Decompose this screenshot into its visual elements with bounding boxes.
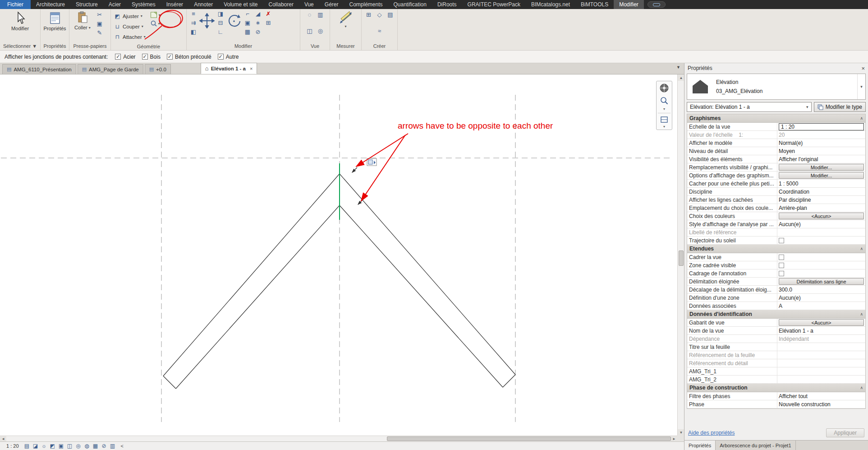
panel-label-presse-papiers[interactable]: Presse-papiers <box>69 42 110 50</box>
property-value[interactable] <box>777 343 865 351</box>
property-value[interactable] <box>777 376 865 383</box>
chevron-down-icon[interactable]: ▾ <box>159 13 161 17</box>
rotate-button[interactable] <box>226 9 242 30</box>
property-button[interactable]: Modifier... <box>779 172 864 179</box>
reference-grid-lines[interactable] <box>1 95 672 422</box>
tab-arborescence[interactable]: Arborescence du projet - Projet1 <box>716 441 795 450</box>
properties-palette-header[interactable]: Propriétés × <box>684 63 868 73</box>
scale-icon[interactable]: ◢ <box>253 9 262 18</box>
steering-wheel-button[interactable] <box>657 82 671 94</box>
unpin-icon[interactable]: ⊘ <box>253 28 262 36</box>
property-checkbox[interactable] <box>779 263 784 268</box>
property-value[interactable]: Coordination <box>777 188 865 195</box>
properties-help-link[interactable]: Aide des propriétés <box>688 430 735 436</box>
property-value[interactable]: Elévation 1 - a <box>777 327 865 334</box>
ribbon-tab-volume-et-site[interactable]: Volume et site <box>218 0 263 9</box>
status-collapse-icon[interactable]: < <box>121 443 124 449</box>
visual-style-icon[interactable]: ◪ <box>32 443 39 450</box>
beam-arrow-top[interactable] <box>352 167 357 172</box>
panel-label-selectionner[interactable]: Sélectionner ▼ <box>0 42 40 50</box>
cut-icon[interactable]: ✂ <box>95 10 104 19</box>
show-crop-region-icon[interactable]: ◫ <box>66 443 73 450</box>
ribbon-tab-inserer[interactable]: Insérer <box>161 0 188 9</box>
worksharing-display-icon[interactable]: ▥ <box>109 443 116 450</box>
vertical-scroll-thumb[interactable] <box>679 251 684 266</box>
hide-isolate-icon[interactable]: ◎ <box>316 27 325 35</box>
join-icon[interactable]: ⊞ <box>264 19 273 27</box>
ribbon-tab-bimcatalogs-net[interactable]: BIMcatalogs.net <box>526 0 575 9</box>
property-value[interactable]: A <box>777 302 865 310</box>
panel-label-creer[interactable]: Créer <box>362 42 397 50</box>
sun-path-icon[interactable]: ☼ <box>41 443 48 450</box>
drawing-area[interactable]: arrows have to be opposite to each other… <box>0 74 677 436</box>
ribbon-tab-structure[interactable]: Structure <box>70 0 103 9</box>
pan-button[interactable] <box>657 115 671 124</box>
offset-icon[interactable]: ⇉ <box>189 19 198 27</box>
property-checkbox[interactable] <box>779 238 784 243</box>
filter-bois[interactable]: ✓Bois <box>142 54 161 60</box>
constraints-icon[interactable]: ⊘ <box>101 443 108 450</box>
array-icon[interactable]: ▦ <box>243 28 252 36</box>
ribbon-tab-architecture[interactable]: Architecture <box>31 0 70 9</box>
panel-label-geometrie[interactable]: Géométrie <box>111 43 186 51</box>
ribbon-tab-bimtools[interactable]: BiMTOOLS <box>575 0 614 9</box>
cut-geometry-icon[interactable] <box>150 20 157 27</box>
section-header-graphismes[interactable]: Graphismes∧ <box>687 114 865 123</box>
ribbon-tab-modifier[interactable]: Modifier <box>614 0 644 9</box>
property-button[interactable]: <Aucun> <box>779 213 864 219</box>
vertical-scrollbar[interactable]: ▲ ▼ <box>677 74 684 436</box>
filter-autre[interactable]: ✓Autre <box>218 54 239 60</box>
property-button[interactable]: Délimitation sans ligne <box>779 278 864 285</box>
panel-label-modifier[interactable]: Modifier <box>187 42 300 50</box>
filter-beton-precoule[interactable]: ✓Béton précoulé <box>167 54 211 60</box>
property-value[interactable] <box>777 367 865 375</box>
ribbon-tab-diroots[interactable]: DiRoots <box>432 0 462 9</box>
panel-label-vue[interactable]: Vue <box>300 42 330 50</box>
horizontal-scrollbar[interactable]: ◄ ► <box>0 436 677 441</box>
property-value[interactable]: Nouvelle construction <box>777 400 865 408</box>
chevron-down-icon[interactable]: ▾ <box>663 107 665 111</box>
chevron-down-icon[interactable]: ▾ <box>857 74 865 99</box>
geometry-tool-ajuster[interactable]: ◩Ajuster▾ <box>113 11 147 21</box>
copy-icon[interactable]: ▣ <box>95 19 104 28</box>
geometry-tool-attacher[interactable]: ⊓Attacher▾ <box>113 32 147 42</box>
tab-proprietes[interactable]: Propriétés <box>684 441 716 450</box>
edit-type-button[interactable]: Modifier le type <box>814 102 866 112</box>
ribbon-tab-acier[interactable]: Acier <box>103 0 126 9</box>
view-tab-elevation-1-a[interactable]: ⌂Elévation 1 - a× <box>201 63 257 74</box>
ribbon-tab-complements[interactable]: Compléments <box>344 0 388 9</box>
type-selector[interactable]: Elévation 03_AMG_Elévation ▾ <box>687 74 866 100</box>
close-icon[interactable]: × <box>861 65 865 72</box>
property-value[interactable]: Afficher l'original <box>777 155 865 163</box>
property-button[interactable]: Modifier... <box>779 164 864 171</box>
property-value[interactable]: Afficher tout <box>777 392 865 400</box>
ribbon-display-toggle[interactable] <box>648 1 666 8</box>
panel-label-proprietes[interactable]: Propriétés <box>41 42 69 50</box>
ribbon-tab-quantification[interactable]: Quantification <box>388 0 432 9</box>
copy-element-icon[interactable]: ▣ <box>243 19 252 27</box>
modify-button[interactable]: Modifier <box>9 10 32 32</box>
chevron-down-icon[interactable]: ▾ <box>663 125 665 129</box>
mirror-axis-icon[interactable]: ◧ <box>189 28 198 36</box>
ribbon-tab-annoter[interactable]: Annoter <box>188 0 218 9</box>
temporary-hide-isolate-icon[interactable]: ◎ <box>75 443 82 450</box>
insulation-icon[interactable]: ≈ <box>375 27 384 35</box>
mirror-line-icon[interactable]: ◨ <box>216 9 225 18</box>
drawing-canvas[interactable]: arrows have to be opposite to each other <box>0 74 677 436</box>
move-button[interactable] <box>199 9 215 30</box>
ribbon-tab-systemes[interactable]: Systèmes <box>126 0 161 9</box>
beam-arrow-bottom[interactable] <box>358 199 363 204</box>
pin-icon[interactable]: ∗ <box>253 19 262 27</box>
ribbon-tab-graitec-powerpack[interactable]: GRAITEC PowerPack <box>462 0 526 9</box>
scroll-up-icon[interactable]: ▲ <box>678 74 684 81</box>
cut-profile-icon[interactable]: ▥ <box>316 10 325 19</box>
create-similar-icon[interactable]: ◇ <box>375 10 384 19</box>
property-value[interactable]: Arrière-plan <box>777 204 865 212</box>
detail-level-icon[interactable]: ▤ <box>23 443 31 450</box>
create-group-icon[interactable]: ⊞ <box>364 10 373 19</box>
property-value[interactable]: Aucun(e) <box>777 294 865 302</box>
delete-icon[interactable]: ✗ <box>264 9 273 18</box>
section-header-etendues[interactable]: Etendues∧ <box>687 245 865 253</box>
apply-button[interactable]: Appliquer <box>826 428 864 437</box>
property-checkbox[interactable] <box>779 255 784 260</box>
